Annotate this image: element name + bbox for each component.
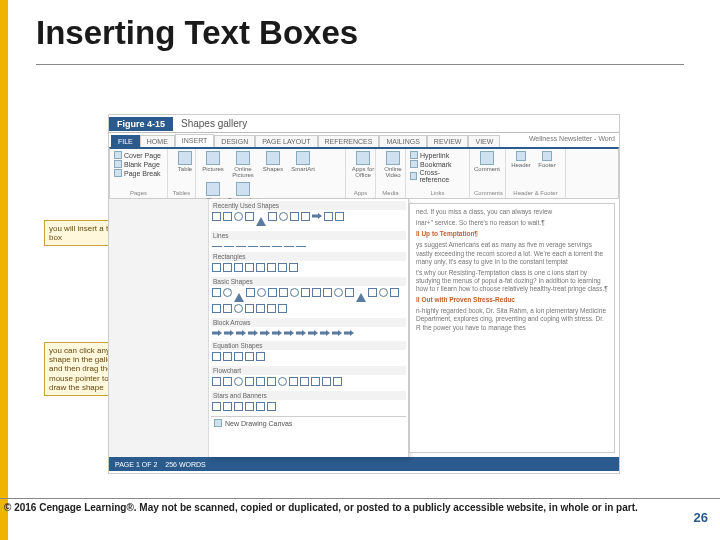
shapes-button[interactable]: Shapes	[263, 166, 283, 172]
apps-button[interactable]: Apps for Office	[350, 166, 376, 178]
shape-item[interactable]	[308, 330, 318, 336]
shape-item[interactable]	[290, 288, 299, 297]
shape-item[interactable]	[245, 402, 254, 411]
shape-item[interactable]	[212, 377, 221, 386]
shape-item[interactable]	[234, 402, 243, 411]
shape-item[interactable]	[234, 288, 244, 302]
shape-item[interactable]	[223, 402, 232, 411]
shape-item[interactable]	[267, 304, 276, 313]
shape-item[interactable]	[332, 330, 342, 336]
shape-item[interactable]	[256, 263, 265, 272]
shape-item[interactable]	[212, 352, 221, 361]
page-break-button[interactable]: Page Break	[124, 170, 161, 177]
shape-item[interactable]	[268, 288, 277, 297]
shape-item[interactable]	[267, 402, 276, 411]
new-drawing-canvas[interactable]: New Drawing Canvas	[211, 416, 406, 429]
shape-item[interactable]	[223, 352, 232, 361]
shape-item[interactable]	[301, 212, 310, 221]
tab-page-layout[interactable]: PAGE LAYOUT	[255, 135, 317, 147]
shape-item[interactable]	[212, 263, 221, 272]
shape-item[interactable]	[212, 288, 221, 297]
shape-item[interactable]	[245, 352, 254, 361]
shape-item[interactable]	[368, 288, 377, 297]
shape-item[interactable]	[260, 330, 270, 336]
shape-item[interactable]	[223, 377, 232, 386]
tab-review[interactable]: REVIEW	[427, 135, 469, 147]
shape-item[interactable]	[223, 263, 232, 272]
shape-item[interactable]	[284, 330, 294, 336]
shape-item[interactable]	[234, 352, 243, 361]
shape-item[interactable]	[256, 402, 265, 411]
shape-item[interactable]	[212, 212, 221, 221]
shape-item[interactable]	[284, 246, 294, 247]
shape-item[interactable]	[289, 377, 298, 386]
smartart-button[interactable]: SmartArt	[291, 166, 315, 172]
shape-item[interactable]	[212, 402, 221, 411]
shapes-gallery[interactable]: Recently Used Shapes Lines Rectangles Ba…	[209, 199, 409, 457]
shape-item[interactable]	[256, 352, 265, 361]
shape-item[interactable]	[223, 304, 232, 313]
shape-item[interactable]	[334, 288, 343, 297]
shape-item[interactable]	[390, 288, 399, 297]
shape-item[interactable]	[379, 288, 388, 297]
tab-references[interactable]: REFERENCES	[318, 135, 380, 147]
blank-page-button[interactable]: Blank Page	[124, 161, 160, 168]
shape-item[interactable]	[312, 213, 322, 219]
shape-item[interactable]	[335, 212, 344, 221]
footer-button[interactable]: Footer	[538, 162, 555, 168]
shape-item[interactable]	[300, 377, 309, 386]
shape-item[interactable]	[272, 330, 282, 336]
shape-item[interactable]	[278, 263, 287, 272]
shape-item[interactable]	[245, 263, 254, 272]
shape-item[interactable]	[257, 288, 266, 297]
shape-item[interactable]	[234, 263, 243, 272]
shape-item[interactable]	[278, 377, 287, 386]
shape-item[interactable]	[248, 246, 258, 247]
shape-item[interactable]	[224, 330, 234, 336]
table-button[interactable]: Table	[178, 166, 192, 172]
shape-item[interactable]	[224, 246, 234, 247]
shape-item[interactable]	[236, 330, 246, 336]
shape-item[interactable]	[212, 304, 221, 313]
shape-item[interactable]	[311, 377, 320, 386]
tab-design[interactable]: DESIGN	[214, 135, 255, 147]
online-pictures-button[interactable]: Online Pictures	[230, 166, 256, 178]
shape-item[interactable]	[320, 330, 330, 336]
hyperlink-button[interactable]: Hyperlink	[420, 152, 449, 159]
shape-item[interactable]	[267, 263, 276, 272]
shape-item[interactable]	[290, 212, 299, 221]
shape-item[interactable]	[272, 246, 282, 247]
shape-item[interactable]	[323, 288, 332, 297]
comment-button[interactable]: Comment	[474, 166, 500, 172]
shape-item[interactable]	[234, 304, 243, 313]
shape-item[interactable]	[246, 288, 255, 297]
tab-file[interactable]: FILE	[111, 135, 140, 147]
shape-item[interactable]	[234, 377, 243, 386]
shape-item[interactable]	[279, 212, 288, 221]
shape-item[interactable]	[212, 330, 222, 336]
shape-item[interactable]	[279, 288, 288, 297]
shape-item[interactable]	[345, 288, 354, 297]
shape-item[interactable]	[267, 377, 276, 386]
shape-item[interactable]	[312, 288, 321, 297]
shape-item[interactable]	[236, 246, 246, 247]
cross-reference-button[interactable]: Cross-reference	[419, 169, 465, 183]
shape-item[interactable]	[356, 288, 366, 302]
shape-item[interactable]	[322, 377, 331, 386]
shape-item[interactable]	[278, 304, 287, 313]
shape-item[interactable]	[245, 304, 254, 313]
shape-item[interactable]	[260, 246, 270, 247]
shape-item[interactable]	[289, 263, 298, 272]
shape-item[interactable]	[256, 304, 265, 313]
bookmark-button[interactable]: Bookmark	[420, 161, 452, 168]
header-button[interactable]: Header	[511, 162, 531, 168]
shape-item[interactable]	[245, 212, 254, 221]
shape-item[interactable]	[324, 212, 333, 221]
shape-item[interactable]	[296, 330, 306, 336]
online-video-button[interactable]: Online Video	[380, 166, 406, 178]
shape-item[interactable]	[296, 246, 306, 247]
tab-insert[interactable]: INSERT	[175, 134, 215, 147]
shape-item[interactable]	[223, 288, 232, 297]
shape-item[interactable]	[256, 377, 265, 386]
pictures-button[interactable]: Pictures	[202, 166, 224, 172]
